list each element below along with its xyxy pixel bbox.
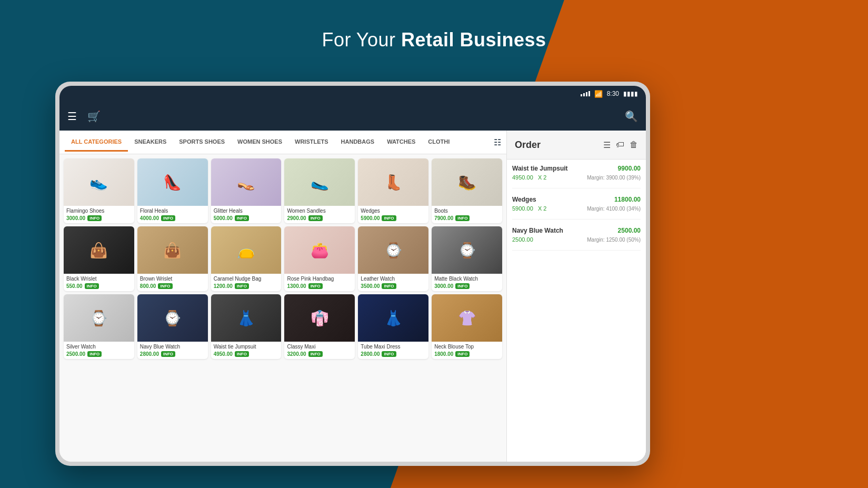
tab-wristlets[interactable]: WRISTLETS: [288, 133, 335, 152]
silver-watch-name: Silver Watch: [66, 344, 132, 350]
classy-maxi-thumb: 👘: [284, 294, 355, 342]
store-icon[interactable]: 🛒: [87, 110, 101, 123]
matte-watch-name: Matte Black Watch: [434, 276, 500, 282]
waist-jumpsuit-name: Waist tie Jumpsuit: [214, 344, 279, 350]
order-title: Order: [515, 140, 603, 151]
product-card-brown-wrislet[interactable]: 👜 Brown Wrislet 800.00 INFO: [137, 226, 208, 291]
product-image-classy-maxi: 👘: [284, 294, 355, 342]
product-card-women-sandles[interactable]: 🥿 Women Sandles 2900.00 INFO: [284, 158, 355, 223]
order-actions: ☰ 🏷 🗑: [603, 140, 638, 150]
matte-watch-info-badge[interactable]: INFO: [455, 283, 470, 289]
neck-blouse-info-badge[interactable]: INFO: [455, 351, 470, 357]
rose-pink-name: Rose Pink Handbag: [287, 276, 352, 282]
black-wrislet-price: 550.00: [66, 283, 83, 289]
product-info-caramel: Caramel Nudge Bag 1200.00 INFO: [211, 274, 282, 291]
floral-heals-price-row: 4000.00 INFO: [140, 215, 205, 221]
product-card-neck-blouse[interactable]: 👚 Neck Blouse Top 1800.00 INFO: [432, 294, 502, 359]
product-card-black-wrislet[interactable]: 👜 Black Wrislet 550.00 INFO: [64, 226, 134, 291]
navy-watch-name: Navy Blue Watch: [140, 344, 205, 350]
tab-women-shoes[interactable]: WOMEN SHOES: [231, 133, 288, 152]
rose-pink-info-badge[interactable]: INFO: [308, 283, 323, 289]
grid-view-icon[interactable]: ☷: [494, 137, 501, 147]
product-card-leather-watch[interactable]: ⌚ Leather Watch 3500.00 INFO: [358, 226, 428, 291]
tab-sneakers[interactable]: SNEAKERS: [128, 133, 173, 152]
top-nav: ☰ 🛒 🔍: [59, 102, 646, 131]
product-card-flamingo-shoes[interactable]: 👟 Flamingo Shoes 3000.00 INFO: [64, 158, 134, 223]
women-sandles-price: 2900.00: [287, 215, 306, 221]
glitter-heals-info-badge[interactable]: INFO: [235, 215, 249, 221]
main-content: ALL CATEGORIES SNEAKERS SPORTS SHOES WOM…: [59, 131, 646, 462]
product-image-rose-pink: 👛: [284, 226, 355, 274]
product-info-leather-watch: Leather Watch 3500.00 INFO: [358, 274, 428, 291]
order-item-waist-jumpsuit-price-qty: 4950.00 X 2: [512, 174, 546, 181]
rose-pink-price-row: 1300.00 INFO: [287, 283, 352, 289]
brown-wrislet-name: Brown Wrislet: [140, 276, 205, 282]
product-card-tube-maxi[interactable]: 👗 Tube Maxi Dress 2800.00 INFO: [358, 294, 428, 359]
product-info-floral-heals: Floral Heals 4000.00 INFO: [137, 206, 208, 223]
headline-prefix: For Your: [322, 29, 401, 51]
order-item-wedges-details: 5900.00 X 2 Margin: 4100.00 (34%): [512, 205, 641, 212]
tube-maxi-info-badge[interactable]: INFO: [382, 351, 396, 357]
order-item-waist-jumpsuit-margin: Margin: 3900.00 (39%): [587, 175, 641, 181]
silver-watch-thumb: ⌚: [64, 294, 134, 342]
product-card-glitter-heals[interactable]: 👡 Glitter Heals 5000.00 INFO: [211, 158, 282, 223]
hamburger-icon[interactable]: ☰: [67, 110, 77, 123]
wedges-info-badge[interactable]: INFO: [382, 215, 396, 221]
women-sandles-thumb: 🥿: [284, 158, 355, 206]
product-card-boots[interactable]: 🥾 Boots 7900.00 INFO: [432, 158, 502, 223]
brown-wrislet-info-badge[interactable]: INFO: [158, 283, 172, 289]
boots-info-badge[interactable]: INFO: [455, 215, 470, 221]
tab-all-categories[interactable]: ALL CATEGORIES: [65, 133, 128, 152]
product-info-brown-wrislet: Brown Wrislet 800.00 INFO: [137, 274, 208, 291]
product-image-women-sandles: 🥿: [284, 158, 355, 206]
leather-watch-info-badge[interactable]: INFO: [382, 283, 396, 289]
flamingo-shoes-info-badge[interactable]: INFO: [87, 215, 102, 221]
caramel-info-badge[interactable]: INFO: [235, 283, 249, 289]
brown-wrislet-thumb: 👜: [137, 226, 208, 274]
tab-clothing[interactable]: CLOTHI: [422, 133, 456, 152]
product-image-matte-watch: ⌚: [432, 226, 502, 274]
product-image-navy-watch: ⌚: [137, 294, 208, 342]
product-image-black-wrislet: 👜: [64, 226, 134, 274]
product-card-caramel[interactable]: 👝 Caramel Nudge Bag 1200.00 INFO: [211, 226, 282, 291]
women-sandles-info-badge[interactable]: INFO: [308, 215, 323, 221]
filter-icon[interactable]: ☰: [603, 140, 611, 150]
product-card-rose-pink[interactable]: 👛 Rose Pink Handbag 1300.00 INFO: [284, 226, 355, 291]
boots-name: Boots: [434, 208, 500, 214]
navy-watch-info-badge[interactable]: INFO: [161, 351, 175, 357]
floral-heals-info-badge[interactable]: INFO: [161, 215, 175, 221]
wedges-price-row: 5900.00 INFO: [361, 215, 426, 221]
waist-jumpsuit-price-row: 4950.00 INFO: [214, 351, 279, 357]
battery-icon: ▮▮▮▮: [623, 90, 638, 97]
order-item-navy-watch: Navy Blue Watch 2500.00 2500.00 Margin: …: [512, 227, 641, 251]
products-panel: ALL CATEGORIES SNEAKERS SPORTS SHOES WOM…: [59, 131, 506, 462]
tab-handbags[interactable]: HANDBAGS: [335, 133, 381, 152]
neck-blouse-price-row: 1800.00 INFO: [434, 351, 500, 357]
boots-price: 7900.00: [434, 215, 453, 221]
tab-sports-shoes[interactable]: SPORTS SHOES: [173, 133, 231, 152]
product-info-glitter-heals: Glitter Heals 5000.00 INFO: [211, 206, 282, 223]
waist-jumpsuit-info-badge[interactable]: INFO: [235, 351, 249, 357]
order-item-navy-watch-header: Navy Blue Watch 2500.00: [512, 227, 641, 234]
order-item-waist-jumpsuit-details: 4950.00 X 2 Margin: 3900.00 (39%): [512, 174, 641, 181]
product-card-waist-jumpsuit[interactable]: 👗 Waist tie Jumpsuit 4950.00 INFO: [211, 294, 282, 359]
product-info-flamingo-shoes: Flamingo Shoes 3000.00 INFO: [64, 206, 134, 223]
order-panel: Order ☰ 🏷 🗑 Waist tie Jumpsuit 9900.00: [506, 131, 646, 462]
product-card-silver-watch[interactable]: ⌚ Silver Watch 2500.00 INFO: [64, 294, 134, 359]
product-card-navy-watch[interactable]: ⌚ Navy Blue Watch 2800.00 INFO: [137, 294, 208, 359]
tab-watches[interactable]: WATCHES: [381, 133, 422, 152]
delete-icon[interactable]: 🗑: [630, 140, 638, 150]
search-icon[interactable]: 🔍: [625, 110, 638, 123]
silver-watch-info-badge[interactable]: INFO: [87, 351, 102, 357]
black-wrislet-info-badge[interactable]: INFO: [85, 283, 99, 289]
tag-icon[interactable]: 🏷: [616, 140, 624, 150]
product-info-black-wrislet: Black Wrislet 550.00 INFO: [64, 274, 134, 291]
product-card-classy-maxi[interactable]: 👘 Classy Maxi 3200.00 INFO: [284, 294, 355, 359]
product-card-wedges[interactable]: 👢 Wedges 5900.00 INFO: [358, 158, 428, 223]
classy-maxi-info-badge[interactable]: INFO: [308, 351, 323, 357]
order-item-wedges: Wedges 11800.00 5900.00 X 2 Margin: 4100…: [512, 196, 641, 220]
product-card-matte-watch[interactable]: ⌚ Matte Black Watch 3000.00 INFO: [432, 226, 502, 291]
matte-watch-price: 3000.00: [434, 283, 453, 289]
product-card-floral-heals[interactable]: 👠 Floral Heals 4000.00 INFO: [137, 158, 208, 223]
flamingo-shoes-price-row: 3000.00 INFO: [66, 215, 132, 221]
